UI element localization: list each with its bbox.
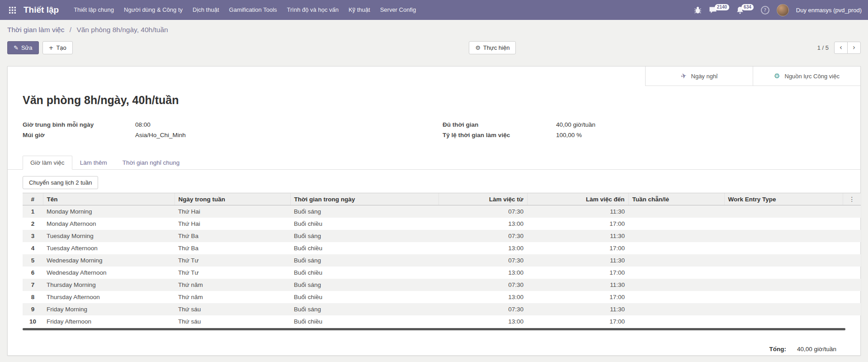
table-row[interactable]: 10Friday AfternoonThứ sáuBuổi chiều13:00… bbox=[23, 315, 861, 328]
debug-bug-icon[interactable] bbox=[694, 6, 702, 14]
menu-server-config[interactable]: Server Config bbox=[375, 0, 421, 20]
cell-from: 13:00 bbox=[439, 315, 527, 328]
cell-to: 11:30 bbox=[527, 254, 628, 267]
notifications-count-badge: 634 bbox=[741, 4, 754, 10]
help-icon[interactable]: ? bbox=[761, 6, 769, 14]
switch-two-week-button[interactable]: Chuyển sang lịch 2 tuần bbox=[23, 176, 98, 189]
top-navbar: Thiết lập Thiết lập chung Người dùng & C… bbox=[0, 0, 868, 20]
left-actions: ✎ Sửa + Tạo bbox=[7, 41, 73, 54]
menu-dich-thuat[interactable]: Dịch thuật bbox=[188, 0, 224, 20]
work-resources-stat-button[interactable]: ⚙ Nguồn lực Công việc bbox=[753, 67, 860, 86]
header-work-entry-type[interactable]: Work Entry Type bbox=[724, 193, 843, 205]
table-row[interactable]: 4Tuesday AfternoonThứ BaBuổi chiều13:001… bbox=[23, 242, 861, 254]
leaves-stat-button[interactable]: ✈ Ngày nghỉ bbox=[645, 67, 753, 86]
cell-to: 11:30 bbox=[527, 303, 628, 315]
cell-from: 07:30 bbox=[439, 303, 527, 315]
apps-menu-icon[interactable] bbox=[5, 0, 20, 20]
cell-day: Thứ sáu bbox=[175, 315, 290, 328]
edit-button[interactable]: ✎ Sửa bbox=[7, 41, 39, 54]
cell-to: 17:00 bbox=[527, 242, 628, 254]
table-row[interactable]: 8Thursday AfternoonThứ nămBuổi chiều13:0… bbox=[23, 291, 861, 303]
center-actions: ⚙ Thực hiện bbox=[73, 41, 817, 54]
user-avatar[interactable] bbox=[777, 4, 789, 16]
cell-from: 07:30 bbox=[439, 230, 527, 242]
cell-entry bbox=[724, 205, 843, 218]
messages-button[interactable]: 2140 bbox=[709, 6, 729, 14]
cell-to: 17:00 bbox=[527, 291, 628, 303]
menu-nguoi-dung-cong-ty[interactable]: Người dùng & Công ty bbox=[119, 0, 188, 20]
cell-day: Thứ năm bbox=[175, 279, 290, 291]
header-work-to[interactable]: Làm việc đến bbox=[527, 193, 628, 205]
app-title[interactable]: Thiết lập bbox=[24, 5, 59, 15]
table-row[interactable]: 9Friday MorningThứ sáuBuổi sáng07:3011:3… bbox=[23, 303, 861, 315]
cell-num: 5 bbox=[23, 254, 43, 267]
cell-period: Buổi sáng bbox=[290, 230, 439, 242]
header-day-period[interactable]: Thời gian trong ngày bbox=[290, 193, 439, 205]
cell-to: 11:30 bbox=[527, 230, 628, 242]
field-hours-per-day-label: Giờ trung bình mỗi ngày bbox=[23, 119, 135, 130]
row-trailing-cell bbox=[843, 291, 861, 303]
cell-entry bbox=[724, 303, 843, 315]
field-group-left: Giờ trung bình mỗi ngày 08:00 Múi giờ As… bbox=[23, 119, 443, 140]
field-work-time-rate: Tỷ lệ thời gian làm việc 100,00 % bbox=[443, 130, 845, 140]
grid-icon bbox=[9, 7, 16, 14]
work-hours-table: # Tên Ngày trong tuần Thời gian trong ng… bbox=[23, 193, 861, 328]
table-row[interactable]: 1Monday MorningThứ HaiBuổi sáng07:3011:3… bbox=[23, 205, 861, 218]
row-trailing-cell bbox=[843, 254, 861, 267]
notifications-button[interactable]: 634 bbox=[736, 6, 754, 14]
row-trailing-cell bbox=[843, 315, 861, 328]
header-week-even-odd[interactable]: Tuần chẵn/lẻ bbox=[628, 193, 724, 205]
action-menu-button[interactable]: ⚙ Thực hiện bbox=[469, 41, 516, 54]
table-total-row: Tổng: 40,00 giờ/tuần bbox=[23, 346, 845, 352]
cell-week bbox=[628, 291, 724, 303]
create-button[interactable]: + Tạo bbox=[42, 41, 73, 54]
cell-week bbox=[628, 230, 724, 242]
total-label: Tổng: bbox=[769, 346, 786, 352]
control-panel: Thời gian làm việc / Văn phòng 8h/ngày, … bbox=[0, 20, 868, 55]
working-hours-tab-content: Chuyển sang lịch 2 tuần # Tên Ngày trong… bbox=[8, 170, 860, 352]
cell-entry bbox=[724, 267, 843, 279]
optional-columns-icon[interactable]: ⋮ bbox=[843, 193, 861, 205]
field-timezone-label: Múi giờ bbox=[23, 130, 135, 140]
menu-thiet-lap-chung[interactable]: Thiết lập chung bbox=[69, 0, 119, 20]
cell-period: Buổi sáng bbox=[290, 205, 439, 218]
menu-trinh-do-hoc-van[interactable]: Trình độ và học vấn bbox=[282, 0, 344, 20]
table-row[interactable]: 3Tuesday MorningThứ BaBuổi sáng07:3011:3… bbox=[23, 230, 861, 242]
table-bottom-scrollbar[interactable] bbox=[23, 328, 845, 330]
tab-global-leaves[interactable]: Thời gian nghỉ chung bbox=[115, 156, 188, 170]
header-work-from[interactable]: Làm việc từ bbox=[439, 193, 527, 205]
header-name[interactable]: Tên bbox=[43, 193, 175, 205]
cell-day: Thứ sáu bbox=[175, 303, 290, 315]
row-trailing-cell bbox=[843, 218, 861, 230]
plane-icon: ✈ bbox=[680, 71, 687, 81]
breadcrumb-current: Văn phòng 8h/ngày, 40h/tuần bbox=[76, 26, 168, 33]
table-row[interactable]: 5Wednesday MorningThứ TưBuổi sáng07:3011… bbox=[23, 254, 861, 267]
cell-period: Buổi chiều bbox=[290, 315, 439, 328]
tab-working-hours[interactable]: Giờ làm việc bbox=[23, 156, 72, 170]
cell-day: Thứ năm bbox=[175, 291, 290, 303]
header-index[interactable]: # bbox=[23, 193, 43, 205]
cell-period: Buổi chiều bbox=[290, 242, 439, 254]
table-row[interactable]: 6Wednesday AfternoonThứ TưBuổi chiều13:0… bbox=[23, 267, 861, 279]
user-menu[interactable]: Duy enmasys (pvd_prod) bbox=[796, 7, 862, 14]
leaves-stat-label: Ngày nghỉ bbox=[691, 73, 718, 80]
tab-overtime[interactable]: Làm thêm bbox=[72, 156, 115, 170]
pager-next-button[interactable]: › bbox=[847, 42, 861, 54]
cell-week bbox=[628, 279, 724, 291]
menu-gamification-tools[interactable]: Gamification Tools bbox=[224, 0, 282, 20]
table-row[interactable]: 2Monday AfternoonThứ HaiBuổi chiều13:001… bbox=[23, 218, 861, 230]
cell-num: 4 bbox=[23, 242, 43, 254]
cell-period: Buổi sáng bbox=[290, 279, 439, 291]
cell-week bbox=[628, 303, 724, 315]
cell-week bbox=[628, 267, 724, 279]
pager-previous-button[interactable]: ‹ bbox=[834, 42, 848, 54]
menu-ky-thuat[interactable]: Kỹ thuật bbox=[344, 0, 375, 20]
cell-week bbox=[628, 254, 724, 267]
cell-entry bbox=[724, 230, 843, 242]
row-trailing-cell bbox=[843, 242, 861, 254]
cell-entry bbox=[724, 279, 843, 291]
table-row[interactable]: 7Thursday MorningThứ nămBuổi sáng07:3011… bbox=[23, 279, 861, 291]
breadcrumb-parent-link[interactable]: Thời gian làm việc bbox=[7, 26, 64, 33]
header-day-of-week[interactable]: Ngày trong tuần bbox=[175, 193, 290, 205]
cell-period: Buổi chiều bbox=[290, 291, 439, 303]
